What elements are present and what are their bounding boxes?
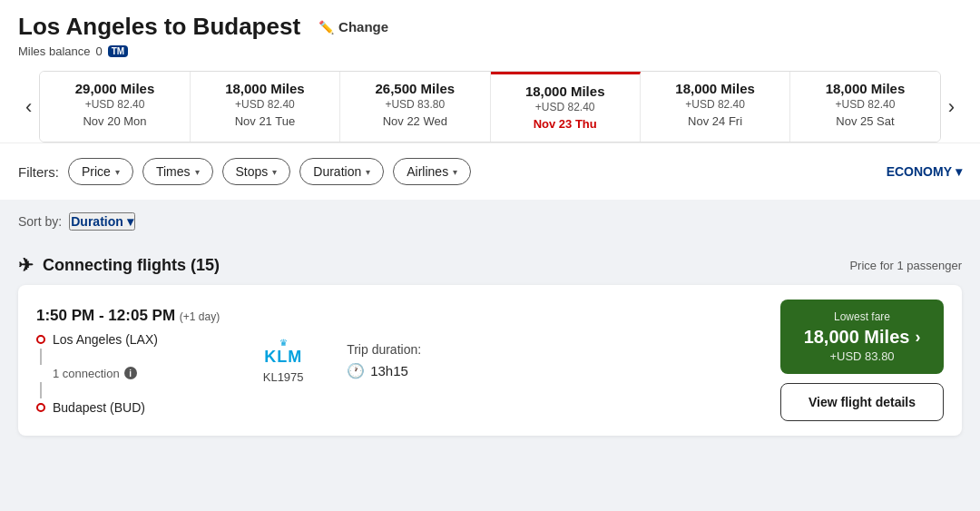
chevron-down-icon: ▾ [453,167,457,177]
chevron-down-icon: ▾ [195,167,200,177]
date-item-3-selected[interactable]: 18,000 Miles +USD 82.40 Nov 23 Thu [491,72,641,142]
route-visual: Los Angeles (LAX) 1 connection i Budapes… [36,332,220,415]
economy-button[interactable]: ECONOMY ▾ [887,164,962,179]
info-icon[interactable]: i [124,367,137,379]
clock-icon: 🕐 [347,362,365,379]
origin-dot [36,335,45,344]
route-line-2 [40,382,42,398]
pencil-icon: ✏️ [318,20,334,34]
change-button[interactable]: ✏️ Change [311,15,396,38]
destination-stop: Budapest (BUD) [36,400,220,415]
miles-balance: Miles balance 0 TM [18,44,962,58]
date-carousel: ‹ 29,000 Miles +USD 82.40 Nov 20 Mon 18,… [18,71,962,142]
chevron-down-icon: ▾ [127,214,133,229]
price-section: Lowest fare 18,000 Miles › +USD 83.80 Vi… [780,300,944,421]
filter-price-button[interactable]: Price ▾ [68,158,133,185]
filter-stops-button[interactable]: Stops ▾ [222,158,291,185]
filters-label: Filters: [18,164,59,180]
chevron-down-icon: ▾ [366,167,370,177]
date-item-5[interactable]: 18,000 Miles +USD 82.40 Nov 25 Sat [790,72,939,142]
price-note: Price for 1 passenger [849,259,962,272]
view-flight-details-button[interactable]: View flight details [780,383,944,421]
flight-times: 1:50 PM - 12:05 PM (+1 day) Los Angeles … [36,307,220,415]
fare-arrow-icon: › [915,328,920,347]
filters-section: Filters: Price ▾ Times ▾ Stops ▾ Duratio… [0,142,980,200]
sort-row: Sort by: Duration ▾ [0,200,980,243]
date-item-1[interactable]: 18,000 Miles +USD 82.40 Nov 21 Tue [191,72,340,142]
flights-header: ✈ Connecting flights (15) Price for 1 pa… [18,254,962,276]
plane-icon: ✈ [18,254,34,276]
date-item-0[interactable]: 29,000 Miles +USD 82.40 Nov 20 Mon [40,72,190,142]
dates-container: 29,000 Miles +USD 82.40 Nov 20 Mon 18,00… [39,71,940,142]
route-line [40,349,42,365]
carousel-prev-button[interactable]: ‹ [18,95,39,119]
date-item-2[interactable]: 26,500 Miles +USD 83.80 Nov 22 Wed [340,72,490,142]
filter-duration-button[interactable]: Duration ▾ [299,158,384,185]
carousel-next-button[interactable]: › [941,95,962,119]
flights-section: ✈ Connecting flights (15) Price for 1 pa… [18,254,962,436]
flight-number: KL1975 [263,370,304,384]
chevron-down-icon: ▾ [115,167,120,177]
klm-text: KLM [264,348,302,367]
filter-times-button[interactable]: Times ▾ [142,158,213,185]
sort-value-button[interactable]: Duration ▾ [69,212,135,231]
origin-stop: Los Angeles (LAX) [36,332,220,347]
date-item-4[interactable]: 18,000 Miles +USD 82.40 Nov 24 Fri [641,72,790,142]
miles-badge: TM [108,45,128,57]
klm-logo: ♛ KLM [264,338,302,367]
trip-duration-info: Trip duration: 🕐 13h15 [347,342,421,379]
trip-duration-value: 🕐 13h15 [347,362,421,379]
lowest-fare-box[interactable]: Lowest fare 18,000 Miles › +USD 83.80 [780,300,944,374]
connection-info: 1 connection i [36,367,220,380]
fare-miles: 18,000 Miles › [795,327,929,348]
filter-airlines-button[interactable]: Airlines ▾ [393,158,471,185]
chevron-down-icon: ▾ [272,167,277,177]
airline-info: ♛ KLM KL1975 [247,338,319,384]
flight-card: 1:50 PM - 12:05 PM (+1 day) Los Angeles … [18,285,962,436]
flights-title: ✈ Connecting flights (15) [18,254,220,276]
destination-dot [36,403,45,412]
chevron-down-icon: ▾ [956,164,962,179]
page-title: Los Angeles to Budapest [18,13,300,41]
flight-info: 1:50 PM - 12:05 PM (+1 day) Los Angeles … [36,300,780,421]
sort-label: Sort by: [18,214,62,229]
klm-crown: ♛ [279,338,288,348]
